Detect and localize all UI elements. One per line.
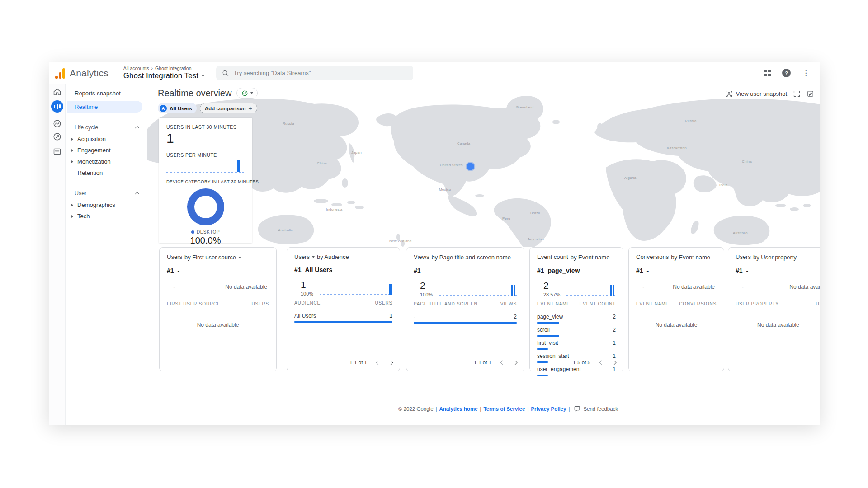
all-users-chip[interactable]: A All Users bbox=[158, 103, 197, 113]
empty-table-message: No data available bbox=[636, 322, 717, 328]
nav-monetization[interactable]: Monetization bbox=[66, 156, 147, 167]
column-header: EVENT COUNT bbox=[580, 301, 616, 306]
card-title[interactable]: Users by User property bbox=[736, 253, 820, 261]
no-data-note: No data available bbox=[225, 284, 269, 290]
table-row[interactable]: first_visit1 bbox=[537, 336, 616, 349]
expand-arrow-icon bbox=[71, 138, 73, 141]
view-user-snapshot-button[interactable]: View user snapshot bbox=[725, 90, 787, 98]
footer-separator: | bbox=[568, 406, 570, 412]
customize-report-icon[interactable] bbox=[807, 90, 814, 98]
pagination-label: 1-5 of 5 bbox=[573, 360, 590, 365]
column-header: USERS bbox=[816, 301, 820, 306]
report-toolbar: Realtime overview bbox=[158, 88, 258, 99]
card-title[interactable]: Conversions by Event name bbox=[636, 253, 717, 261]
add-comparison-button[interactable]: Add comparison + bbox=[200, 103, 257, 113]
nav-divider bbox=[75, 183, 142, 183]
card-metric: Conversions bbox=[636, 253, 669, 261]
send-feedback-button[interactable]: Send feedback bbox=[574, 405, 618, 412]
nav-section-life-cycle[interactable]: Life cycle bbox=[66, 122, 147, 133]
device-legend: DESKTOP bbox=[166, 230, 245, 235]
advertising-icon[interactable] bbox=[52, 132, 62, 141]
privacy-policy-link[interactable]: Privacy Policy bbox=[531, 406, 566, 412]
chevron-up-icon bbox=[135, 192, 140, 197]
rank-badge: #1 bbox=[636, 267, 643, 275]
card-title[interactable]: Users by First user source bbox=[167, 253, 269, 261]
check-circle-icon bbox=[241, 90, 248, 97]
card-title[interactable]: Event count by Event name bbox=[537, 253, 616, 261]
sparkline-bar bbox=[511, 285, 513, 296]
row-name: scroll bbox=[537, 327, 550, 333]
table-row[interactable]: - 2 bbox=[414, 310, 517, 323]
card-sparkline bbox=[566, 278, 616, 297]
rank-badge: #1 bbox=[736, 267, 743, 275]
data-quality-badge[interactable] bbox=[236, 88, 258, 99]
card-conversions-by-event-name: Conversions by Event name #1- -No data a… bbox=[628, 247, 724, 371]
help-glyph: ? bbox=[785, 70, 788, 76]
nav-reports-snapshot[interactable]: Reports snapshot bbox=[66, 87, 147, 99]
app-header: Analytics All accounts › Ghost Integrati… bbox=[49, 62, 820, 84]
row-value: 2 bbox=[613, 327, 616, 333]
users-30min-label: USERS IN LAST 30 MINUTES bbox=[166, 124, 245, 130]
nav-tech[interactable]: Tech bbox=[66, 211, 147, 222]
card-title[interactable]: Users by Audience bbox=[294, 253, 392, 260]
more-menu-icon[interactable]: ⋮ bbox=[802, 69, 810, 77]
clipped-chevron-icon[interactable] bbox=[819, 92, 820, 96]
pagination: 1-5 of 5 bbox=[573, 360, 616, 365]
sparkline-baseline bbox=[166, 172, 245, 173]
nav-demographics[interactable]: Demographics bbox=[66, 199, 147, 211]
nav-retention[interactable]: Retention bbox=[66, 167, 147, 178]
card-metric: Users bbox=[736, 253, 751, 261]
analytics-home-link[interactable]: Analytics home bbox=[439, 406, 478, 412]
footer-separator: | bbox=[527, 406, 528, 412]
card-title[interactable]: Views by Page title and screen name bbox=[414, 253, 517, 261]
bar1 bbox=[54, 105, 55, 108]
help-icon[interactable]: ? bbox=[782, 69, 791, 77]
na-value: - bbox=[636, 284, 644, 290]
rank-headline: - bbox=[178, 267, 180, 274]
explore-icon[interactable] bbox=[52, 119, 62, 128]
breadcrumb-account[interactable]: Ghost Integration bbox=[155, 66, 192, 71]
expand-arrow-icon bbox=[71, 204, 73, 206]
expand-arrow-icon bbox=[71, 149, 73, 152]
pagination-label: 1-1 of 1 bbox=[349, 360, 367, 365]
property-switcher[interactable]: Ghost Integration Test bbox=[123, 71, 204, 80]
nav-acquisition[interactable]: Acquisition bbox=[66, 133, 147, 145]
card-metric: Views bbox=[414, 253, 429, 261]
fullscreen-icon[interactable] bbox=[793, 90, 801, 98]
card-title-rest: by First user source bbox=[184, 254, 236, 261]
main-content: Russia China Japan Indonesia Australia N… bbox=[147, 84, 820, 425]
terms-of-service-link[interactable]: Terms of Service bbox=[484, 406, 525, 412]
analytics-logo-icon[interactable] bbox=[55, 68, 65, 79]
column-header: EVENT NAME bbox=[636, 301, 669, 306]
caret-down-icon bbox=[238, 257, 241, 258]
rank-badge: #1 bbox=[537, 267, 544, 275]
next-page-icon[interactable] bbox=[612, 360, 617, 365]
search-input[interactable]: Try searching "Data Streams" bbox=[216, 66, 413, 80]
google-apps-icon[interactable] bbox=[764, 70, 771, 76]
next-page-icon[interactable] bbox=[389, 360, 393, 365]
stat-percent: 28.57% bbox=[543, 292, 560, 297]
breadcrumb-top: All accounts › Ghost Integration bbox=[123, 66, 204, 71]
home-icon[interactable] bbox=[52, 87, 62, 97]
stat-value: 2 bbox=[543, 280, 560, 291]
previous-page-icon[interactable] bbox=[376, 360, 381, 365]
logo-bar-tall bbox=[62, 68, 65, 79]
library-icon[interactable] bbox=[52, 147, 62, 156]
nav-section-user[interactable]: User bbox=[66, 188, 147, 199]
table-row[interactable]: scroll2 bbox=[537, 323, 616, 336]
rank-badge: #1 bbox=[294, 266, 302, 274]
card-users-by-audience: Users by Audience #1All Users 1 100% AUD… bbox=[287, 247, 400, 371]
nav-realtime[interactable]: Realtime bbox=[67, 101, 142, 113]
nav-engagement[interactable]: Engagement bbox=[66, 145, 147, 156]
caret-down-icon bbox=[312, 256, 315, 258]
nav-label: Monetization bbox=[77, 158, 111, 165]
previous-page-icon[interactable] bbox=[500, 360, 505, 365]
table-row[interactable]: All Users 1 bbox=[294, 309, 392, 322]
table-row[interactable]: page_view2 bbox=[537, 310, 616, 323]
reports-icon-active[interactable] bbox=[51, 100, 63, 113]
breadcrumb-all-accounts[interactable]: All accounts bbox=[123, 66, 149, 71]
column-header: USER PROPERTY bbox=[736, 301, 779, 306]
previous-page-icon[interactable] bbox=[599, 360, 604, 365]
user-snapshot-icon bbox=[725, 90, 733, 98]
next-page-icon[interactable] bbox=[513, 360, 518, 365]
